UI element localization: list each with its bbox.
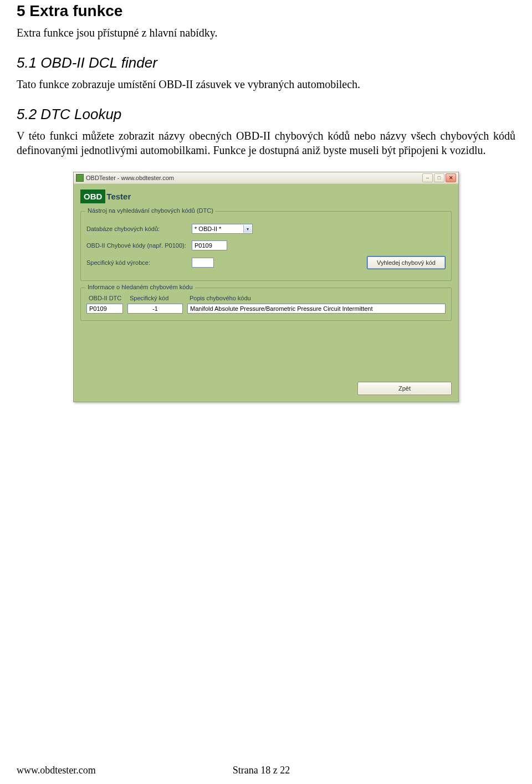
result-row: P0109 -1 Manifold Absolute Pressure/Baro… [86, 304, 446, 314]
app-window: OBDTester - www.obdtester.com – □ ✕ OBDT… [73, 172, 459, 402]
result-dtc: P0109 [86, 304, 123, 314]
footer-url: www.obdtester.com [17, 765, 96, 776]
info-group: Informace o hledaném chybovém kódu OBD-I… [80, 288, 452, 321]
code-input-value: P0109 [195, 242, 212, 249]
close-button[interactable]: ✕ [446, 173, 456, 182]
app-icon [76, 174, 84, 182]
title-bar: OBDTester - www.obdtester.com – □ ✕ [74, 172, 458, 184]
chevron-down-icon: ▾ [243, 225, 252, 233]
maximize-button[interactable]: □ [434, 173, 444, 182]
manuf-input[interactable] [192, 258, 214, 268]
window-title: OBDTester - www.obdtester.com [86, 175, 174, 181]
manuf-label: Specifický kód výrobce: [86, 259, 192, 266]
code-label: OBD-II Chybové kódy (např. P0100): [86, 242, 192, 249]
col-desc: Popis chybového kódu [190, 295, 446, 301]
paragraph-intro: Extra funkce jsou přístupné z hlavní nab… [17, 25, 515, 40]
heading-5-1: 5.1 OBD-II DCL finder [17, 54, 515, 71]
db-select[interactable]: * OBD-II * ▾ [192, 224, 253, 234]
logo-right: Tester [105, 192, 131, 201]
col-dtc: OBD-II DTC [89, 295, 125, 301]
heading-extra-funkce: 5 Extra funkce [17, 2, 515, 20]
code-input[interactable]: P0109 [192, 240, 227, 250]
page-footer: www.obdtester.com Strana 18 z 22 [17, 765, 515, 776]
info-group-legend: Informace o hledaném chybovém kódu [85, 284, 195, 290]
logo-left: OBD [80, 189, 105, 203]
heading-5-2: 5.2 DTC Lookup [17, 106, 515, 123]
result-spec: -1 [127, 304, 183, 314]
app-logo: OBDTester [80, 189, 131, 203]
col-spec: Specifický kód [130, 295, 185, 301]
db-label: Databáze chybových kódů: [86, 226, 192, 232]
paragraph-5-1: Tato funkce zobrazuje umístění OBD-II zá… [17, 77, 515, 91]
search-button[interactable]: Vyhledej chybový kód [367, 256, 446, 269]
minimize-button[interactable]: – [422, 173, 433, 182]
paragraph-5-2: V této funkci můžete zobrazit názvy obec… [17, 129, 515, 157]
footer-page: Strana 18 z 22 [233, 765, 290, 776]
search-group-legend: Nástroj na vyhledávání chybových kódů (D… [85, 207, 216, 214]
db-select-value: * OBD-II * [195, 226, 221, 232]
result-desc: Manifold Absolute Pressure/Barometric Pr… [187, 304, 446, 314]
back-button[interactable]: Zpět [357, 382, 452, 395]
search-group: Nástroj na vyhledávání chybových kódů (D… [80, 211, 452, 281]
